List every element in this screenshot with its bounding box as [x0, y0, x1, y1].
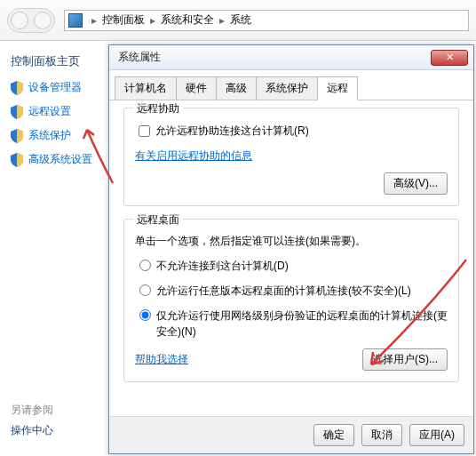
tab-system-protection[interactable]: 系统保护: [257, 76, 318, 100]
window-topbar: ▸ 控制面板 ▸ 系统和安全 ▸ 系统: [0, 0, 476, 41]
chevron-right-icon: ▸: [145, 14, 161, 27]
shield-icon: [11, 81, 23, 95]
group-title: 远程桌面: [133, 212, 183, 228]
group-title: 远程协助: [133, 101, 183, 116]
cancel-button[interactable]: 取消: [361, 424, 402, 446]
radio-input[interactable]: [139, 309, 151, 321]
breadcrumb-item[interactable]: 系统和安全: [161, 12, 214, 28]
close-button[interactable]: ✕: [431, 50, 468, 66]
tab-hardware[interactable]: 硬件: [177, 76, 217, 100]
control-panel-icon: [68, 13, 83, 28]
breadcrumb-item[interactable]: 系统: [230, 12, 251, 28]
dialog-titlebar[interactable]: 系统属性 ✕: [109, 45, 473, 70]
sidebar-title: 控制面板主页: [11, 53, 108, 69]
see-also-item[interactable]: 操作中心: [11, 423, 53, 438]
nav-back-forward[interactable]: [7, 8, 55, 33]
sidebar-item-label: 系统保护: [28, 128, 71, 143]
allow-remote-assistance-checkbox[interactable]: 允许远程协助连接这台计算机(R): [135, 123, 448, 140]
dialog-button-bar: 确定 取消 应用(A): [109, 416, 473, 453]
dialog-title: 系统属性: [118, 50, 431, 65]
sidebar-item-device-manager[interactable]: 设备管理器: [11, 80, 108, 95]
sidebar-item-system-protection[interactable]: 系统保护: [11, 128, 108, 143]
remote-assistance-info-link[interactable]: 有关启用远程协助的信息: [135, 149, 252, 162]
back-icon[interactable]: [11, 12, 28, 29]
tab-advanced[interactable]: 高级: [217, 76, 257, 100]
breadcrumb[interactable]: ▸ 控制面板 ▸ 系统和安全 ▸ 系统: [64, 10, 469, 31]
radio-allow-any-version[interactable]: 允许运行任意版本远程桌面的计算机连接(较不安全)(L): [135, 283, 448, 299]
tab-bar: 计算机名 硬件 高级 系统保护 远程: [109, 70, 473, 100]
radio-label: 允许运行任意版本远程桌面的计算机连接(较不安全)(L): [156, 283, 411, 299]
help-me-choose-link[interactable]: 帮助我选择: [135, 352, 188, 367]
chevron-right-icon: ▸: [86, 14, 102, 27]
select-users-button[interactable]: 选择用户(S)...: [362, 348, 448, 371]
group-remote-assistance: 远程协助 允许远程协助连接这台计算机(R) 有关启用远程协助的信息 高级(V).…: [123, 108, 459, 206]
sidebar-item-label: 远程设置: [28, 104, 71, 119]
tab-panel-remote: 远程协助 允许远程协助连接这台计算机(R) 有关启用远程协助的信息 高级(V).…: [109, 100, 473, 416]
sidebar: 控制面板主页 设备管理器 远程设置 系统保护 高级系统设置: [0, 41, 108, 456]
remote-assistance-advanced-button[interactable]: 高级(V)...: [384, 172, 448, 195]
shield-icon: [11, 153, 23, 167]
checkbox-label: 允许远程协助连接这台计算机(R): [155, 124, 309, 139]
tab-computer-name[interactable]: 计算机名: [115, 76, 177, 100]
ok-button[interactable]: 确定: [313, 424, 354, 446]
sidebar-item-remote-settings[interactable]: 远程设置: [11, 104, 108, 119]
system-properties-dialog: 系统属性 ✕ 计算机名 硬件 高级 系统保护 远程 远程协助 允许远程协助连接这…: [108, 44, 474, 454]
breadcrumb-item[interactable]: 控制面板: [102, 12, 145, 28]
sidebar-item-advanced-system-settings[interactable]: 高级系统设置: [11, 152, 108, 167]
chevron-right-icon: ▸: [214, 14, 230, 27]
radio-label: 仅允许运行使用网络级别身份验证的远程桌面的计算机连接(更安全)(N): [156, 308, 448, 340]
checkbox-input[interactable]: [139, 125, 150, 137]
radio-allow-nla-only[interactable]: 仅允许运行使用网络级别身份验证的远程桌面的计算机连接(更安全)(N): [135, 308, 448, 340]
apply-button[interactable]: 应用(A): [409, 424, 464, 446]
see-also-title: 另请参阅: [11, 403, 53, 418]
shield-icon: [11, 105, 23, 119]
shield-icon: [11, 129, 23, 143]
radio-label: 不允许连接到这台计算机(D): [156, 258, 289, 274]
radio-input[interactable]: [139, 260, 151, 271]
forward-icon[interactable]: [34, 12, 52, 29]
radio-dont-allow[interactable]: 不允许连接到这台计算机(D): [135, 258, 448, 274]
sidebar-item-label: 设备管理器: [28, 80, 82, 95]
see-also-section: 另请参阅 操作中心: [11, 403, 53, 438]
sidebar-item-label: 高级系统设置: [28, 152, 92, 167]
radio-input[interactable]: [139, 284, 151, 296]
close-icon: ✕: [446, 52, 454, 62]
remote-desktop-description: 单击一个选项，然后指定谁可以连接(如果需要)。: [135, 234, 448, 249]
group-remote-desktop: 远程桌面 单击一个选项，然后指定谁可以连接(如果需要)。 不允许连接到这台计算机…: [123, 219, 459, 382]
tab-remote[interactable]: 远程: [318, 76, 358, 100]
